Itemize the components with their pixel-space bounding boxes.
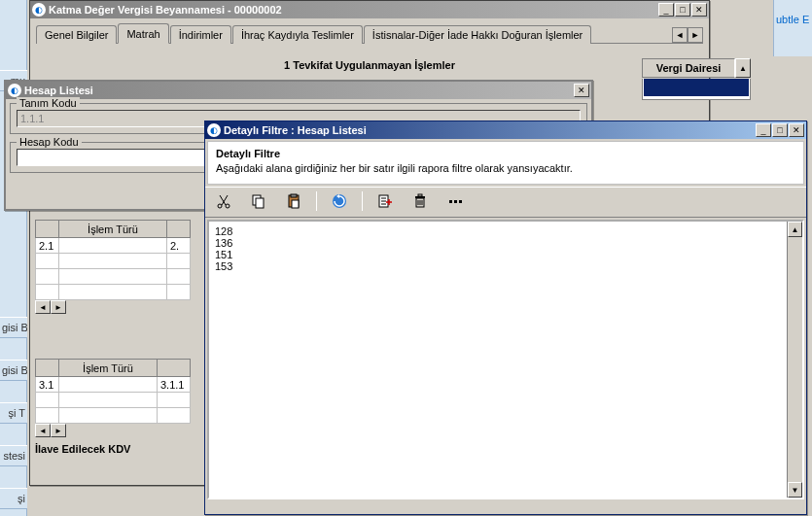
insert-row-icon[interactable] [376, 192, 394, 210]
hscroll-right[interactable]: ► [51, 300, 66, 314]
tab-scroll-left[interactable]: ◄ [672, 27, 688, 43]
svg-rect-6 [292, 200, 299, 208]
vergi-dairesi-grid[interactable]: Vergi Dairesi ▲ [642, 58, 751, 100]
hscroll-left[interactable]: ◄ [35, 424, 51, 437]
window-titlebar[interactable]: ◐ Detaylı Filtre : Hesap Listesi _ □ ✕ [205, 121, 806, 139]
close-button[interactable]: ✕ [789, 123, 804, 137]
window-titlebar[interactable]: ◐ Katma Değer Vergisi Beyannamesi - 0000… [30, 1, 709, 18]
col-header: İşlem Türü [59, 360, 158, 377]
app-icon: ◐ [8, 84, 21, 97]
svg-rect-20 [459, 200, 462, 203]
sidebar-item[interactable]: stesi [0, 445, 27, 466]
ilave-kdv-label: İlave Edilecek KDV [35, 443, 200, 455]
filter-textarea[interactable] [209, 222, 787, 498]
maximize-button[interactable]: □ [675, 3, 690, 17]
close-button[interactable]: ✕ [691, 3, 707, 17]
col-vergi-dairesi: Vergi Dairesi [642, 58, 735, 78]
paste-icon[interactable] [285, 192, 302, 210]
tab-genel-bilgiler[interactable]: Genel Bilgiler [36, 25, 117, 44]
hscroll-right[interactable]: ► [51, 424, 66, 437]
vertical-scrollbar[interactable]: ▲ ▼ [787, 222, 802, 498]
window-titlebar[interactable]: ◐ Hesap Listesi ✕ [6, 82, 591, 99]
info-title: Detaylı Filtre [216, 148, 795, 159]
tab-istisnalar[interactable]: İstisnalar-Diğer İade Hakkı Doğuran İşle… [364, 25, 591, 44]
sidebar-item[interactable]: gisi Be [0, 317, 27, 338]
more-icon[interactable] [446, 192, 464, 210]
svg-rect-18 [449, 200, 452, 203]
cut-icon[interactable] [215, 192, 232, 210]
detayli-filtre-window: ◐ Detaylı Filtre : Hesap Listesi _ □ ✕ D… [204, 120, 807, 515]
tab-matrah[interactable]: Matrah [118, 23, 168, 44]
vscroll-down[interactable]: ▼ [788, 482, 802, 498]
islem-turu-table-1[interactable]: İşlem Türü 2.12. [35, 220, 191, 300]
svg-rect-5 [291, 194, 297, 197]
minimize-button[interactable]: _ [756, 123, 771, 137]
vscroll-up[interactable]: ▲ [788, 222, 802, 237]
filter-textarea-wrap: ▲ ▼ [207, 220, 804, 499]
copy-icon[interactable] [250, 192, 267, 210]
section-title: 1 Tevkifat Uygulanmayan İşlemler [46, 59, 693, 71]
window-title: Hesap Listesi [24, 85, 574, 96]
tanim-kodu-label: Tanım Kodu [17, 97, 80, 109]
filter-toolbar [205, 187, 806, 218]
tab-ihrac-kaydi[interactable]: İhraç Kaydıyla Teslimler [232, 25, 363, 44]
tab-bar: Genel Bilgiler Matrah İndirimler İhraç K… [36, 24, 703, 44]
svg-rect-19 [454, 200, 457, 203]
hscroll-left[interactable]: ◄ [35, 300, 51, 314]
tab-scroll-right[interactable]: ► [688, 27, 703, 43]
vergi-row-selected[interactable] [644, 79, 749, 96]
info-text: Aşağıdaki alana girdiğiniz her bir satır… [216, 162, 795, 174]
svg-point-0 [218, 204, 222, 208]
app-icon: ◐ [32, 3, 46, 17]
window-title: Katma Değer Vergisi Beyannamesi - 000000… [49, 4, 658, 16]
refresh-icon[interactable] [331, 192, 348, 210]
minimize-button[interactable]: _ [658, 3, 674, 17]
islem-turu-table-2[interactable]: İşlem Türü 3.13.1.1 [35, 359, 191, 424]
hesap-kodu-label: Hesap Kodu [17, 136, 82, 148]
svg-rect-17 [418, 194, 422, 196]
window-title: Detaylı Filtre : Hesap Listesi [224, 124, 756, 136]
app-right-hint: ubtle E [773, 0, 812, 56]
app-icon: ◐ [207, 123, 221, 137]
toolbar-separator [362, 191, 363, 211]
sidebar-item[interactable]: gisi Be [0, 360, 27, 381]
svg-rect-3 [256, 198, 264, 208]
vscroll-up[interactable]: ▲ [735, 58, 751, 78]
delete-icon[interactable] [411, 192, 429, 210]
sidebar-item[interactable]: şi T [0, 402, 27, 424]
maximize-button[interactable]: □ [772, 123, 788, 137]
islem-turu-area: İşlem Türü 2.12. ◄ ► İşlem Türü 3.13.1.1… [35, 220, 200, 459]
app-left-sidebar: mu gisi Be gisi Be şi T stesi şi [0, 0, 27, 516]
tab-indirimler[interactable]: İndirimler [170, 25, 231, 44]
toolbar-separator [316, 191, 317, 211]
col-header: İşlem Türü [59, 221, 167, 238]
info-panel: Detaylı Filtre Aşağıdaki alana girdiğini… [207, 141, 804, 185]
close-button[interactable]: ✕ [574, 84, 589, 97]
svg-point-1 [226, 204, 229, 208]
sidebar-item[interactable]: şi [0, 488, 27, 509]
